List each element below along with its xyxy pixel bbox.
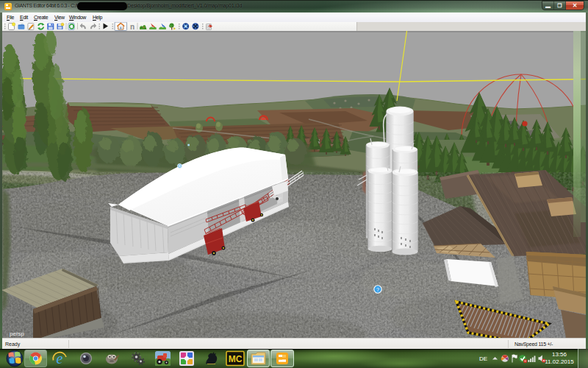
svg-text:n: n (130, 23, 135, 31)
svg-text:MC: MC (229, 354, 243, 364)
svg-text:DE: DE (479, 355, 487, 362)
svg-text:?: ? (376, 287, 379, 292)
